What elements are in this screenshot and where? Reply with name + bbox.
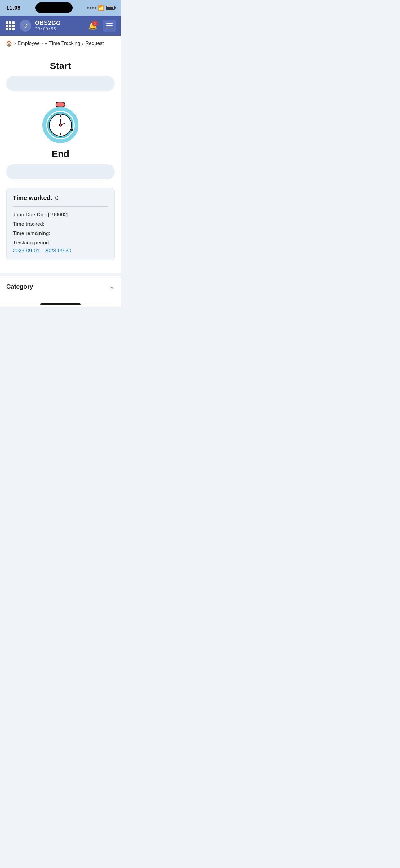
home-indicator	[40, 303, 80, 305]
breadcrumb-request: Request	[85, 41, 104, 46]
grid-icon	[6, 22, 14, 30]
time-worked-label: Time worked:	[13, 194, 53, 202]
chevron-down-icon: ⌄	[109, 282, 115, 290]
app-header: ↺ OBS2GO 23:09:55 🔔 1	[0, 16, 121, 36]
category-row: Category ⌄	[6, 282, 115, 290]
breadcrumb-list-icon: ≡	[45, 41, 47, 46]
signal-icon	[87, 7, 96, 9]
status-time: 11:09	[6, 5, 21, 11]
status-bar: 11:09 📶	[0, 0, 121, 16]
app-name: OBS2GO	[35, 20, 83, 26]
dynamic-island	[35, 2, 72, 13]
employee-name-row: John Doe Doe [190002]	[13, 212, 108, 218]
time-worked-row: Time worked: 0	[13, 194, 108, 202]
end-title: End	[6, 149, 115, 159]
bottom-bar	[0, 297, 121, 307]
info-card: Time worked: 0 John Doe Doe [190002] Tim…	[6, 188, 115, 260]
time-worked-value: 0	[55, 194, 59, 202]
notification-button[interactable]: 🔔 1	[87, 20, 99, 32]
svg-rect-0	[56, 102, 65, 107]
stopwatch-icon	[39, 100, 82, 143]
breadcrumb-home-icon[interactable]: 🏠	[6, 40, 12, 47]
wifi-icon: 📶	[98, 5, 104, 11]
notification-badge: 1	[92, 21, 98, 26]
breadcrumb-employee[interactable]: Employee	[18, 41, 40, 46]
app-time: 23:09:55	[35, 26, 83, 31]
breadcrumb: 🏠 › Employee › ≡ Time Tracking › Request	[0, 36, 121, 51]
svg-point-10	[59, 124, 62, 126]
battery-icon	[106, 6, 115, 10]
status-icons: 📶	[87, 5, 115, 11]
app-info: OBS2GO 23:09:55	[35, 20, 83, 31]
hamburger-icon	[106, 23, 112, 28]
employee-name: John Doe Doe [190002]	[13, 212, 108, 218]
breadcrumb-sep-1: ›	[14, 41, 16, 46]
time-remaining-row: Time remaining:	[13, 230, 108, 237]
time-remaining-label: Time remaining:	[13, 230, 108, 237]
stopwatch-icon-container	[6, 100, 115, 143]
start-time-input[interactable]	[6, 76, 115, 91]
hamburger-menu-button[interactable]	[103, 20, 116, 32]
breadcrumb-sep-3: ›	[82, 41, 84, 46]
svg-point-11	[71, 128, 73, 131]
tracking-period-row: Tracking period: 2023-09-01 - 2023-09-30	[13, 240, 108, 254]
category-section[interactable]: Category ⌄	[0, 276, 121, 297]
time-tracked-label: Time tracked:	[13, 221, 108, 227]
breadcrumb-sep-2: ›	[41, 41, 43, 46]
tracking-period-label: Tracking period:	[13, 240, 50, 246]
tracking-period-value[interactable]: 2023-09-01 - 2023-09-30	[13, 248, 71, 254]
main-content: Start End	[0, 51, 121, 273]
app-logo: ↺	[20, 20, 31, 32]
end-time-input[interactable]	[6, 164, 115, 179]
category-label: Category	[6, 283, 33, 290]
start-title: Start	[6, 61, 115, 71]
grid-menu-button[interactable]	[5, 20, 16, 31]
time-tracked-row: Time tracked:	[13, 221, 108, 227]
info-divider	[13, 207, 108, 207]
breadcrumb-time-tracking[interactable]: Time Tracking	[49, 41, 80, 46]
